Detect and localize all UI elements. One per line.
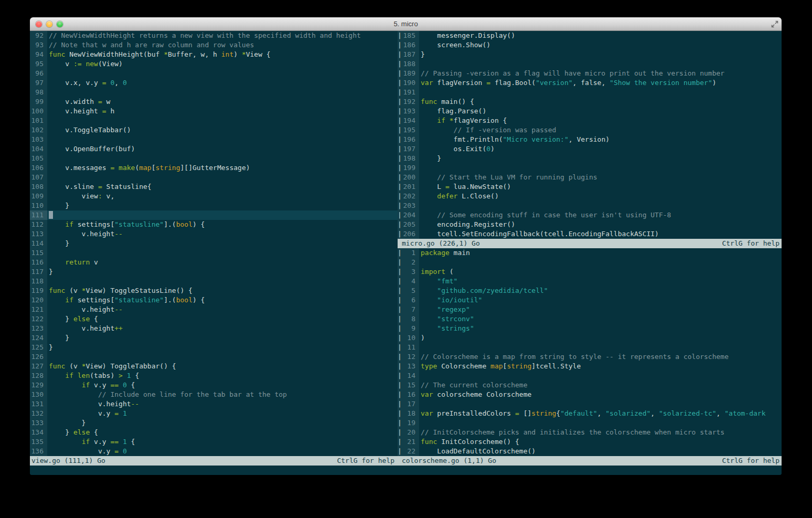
code-line[interactable]: 123 v.height++ xyxy=(30,324,398,333)
code-line[interactable]: 108 v.sline = Statusline{ xyxy=(30,182,398,192)
code-line[interactable]: 122 } else { xyxy=(30,314,398,324)
line-number: 96 xyxy=(30,69,47,78)
code-line[interactable]: 98 xyxy=(30,88,398,97)
code-line[interactable]: |189// Passing -version as a flag will h… xyxy=(398,69,782,78)
code-line[interactable]: 118 xyxy=(30,277,398,286)
fullscreen-icon[interactable] xyxy=(771,20,778,28)
code-line[interactable]: |199 xyxy=(398,163,782,173)
pane-colorscheme-go[interactable]: |1package main|2|3import (|4 "fmt"|5 "gi… xyxy=(398,248,782,456)
code-line[interactable]: |11 xyxy=(398,343,782,352)
code-line[interactable]: |1package main xyxy=(398,248,782,258)
pane-view-go[interactable]: 92// NewViewWidthHeight returns a new vi… xyxy=(30,31,398,456)
code-line[interactable]: |205 encoding.Register() xyxy=(398,220,782,229)
code-line[interactable]: 115 xyxy=(30,248,398,258)
code-line[interactable]: 114 } xyxy=(30,239,398,248)
code-line[interactable]: |14 xyxy=(398,371,782,380)
code-line[interactable]: |8 "strconv" xyxy=(398,314,782,324)
code-line[interactable]: |200 // Start the Lua VM for running plu… xyxy=(398,173,782,182)
code-line[interactable]: 99 v.width = w xyxy=(30,97,398,107)
code-line[interactable]: |197 os.Exit(0) xyxy=(398,144,782,154)
code-line[interactable]: |193 flag.Parse() xyxy=(398,107,782,116)
code-line[interactable]: 106 v.messages = make(map[string][]Gutte… xyxy=(30,163,398,173)
code-line[interactable]: 133 } xyxy=(30,418,398,428)
code-line[interactable]: 107 xyxy=(30,173,398,182)
pane-micro-go[interactable]: |185 messenger.Display()|186 screen.Show… xyxy=(398,31,782,239)
code-line[interactable]: |190var flagVersion = flag.Bool("version… xyxy=(398,78,782,88)
code-line[interactable]: 134 } else { xyxy=(30,428,398,437)
code-line[interactable]: |195 // If -version was passed xyxy=(398,125,782,135)
code-line[interactable]: |2 xyxy=(398,258,782,267)
code-line[interactable]: |17 xyxy=(398,399,782,409)
code-line[interactable]: |196 fmt.Println("Micro version:", Versi… xyxy=(398,135,782,144)
code-line[interactable]: 92// NewViewWidthHeight returns a new vi… xyxy=(30,31,398,40)
code-line[interactable]: |18var preInstalledColors = []string{"de… xyxy=(398,409,782,418)
code-line[interactable]: 112 if settings["statusline"].(bool) { xyxy=(30,220,398,229)
code-line[interactable]: |5 "github.com/zyedidia/tcell" xyxy=(398,286,782,295)
code-line[interactable]: 111 xyxy=(30,210,398,220)
code-text: func (v *View) ToggleStatusLine() { xyxy=(47,286,398,295)
code-line[interactable]: 127func (v *View) ToggleTabbar() { xyxy=(30,362,398,371)
minimize-button[interactable] xyxy=(46,21,52,27)
code-line[interactable]: |185 messenger.Display() xyxy=(398,31,782,40)
code-line[interactable]: 129 if v.y == 0 { xyxy=(30,380,398,390)
code-line[interactable]: 128 if len(tabs) > 1 { xyxy=(30,371,398,380)
code-line[interactable]: |191 xyxy=(398,88,782,97)
code-line[interactable]: |13type Colorscheme map[string]tcell.Sty… xyxy=(398,362,782,371)
code-line[interactable]: 121 v.height-- xyxy=(30,305,398,314)
code-line[interactable]: |3import ( xyxy=(398,267,782,277)
code-line[interactable]: 100 v.height = h xyxy=(30,107,398,116)
zoom-button[interactable] xyxy=(57,21,63,27)
code-line[interactable]: 109 view: v, xyxy=(30,192,398,201)
code-line[interactable]: 93// Note that w and h are raw column an… xyxy=(30,40,398,50)
code-line[interactable]: |6 "io/ioutil" xyxy=(398,295,782,305)
code-line[interactable]: 105 xyxy=(30,154,398,163)
code-line[interactable]: |4 "fmt" xyxy=(398,277,782,286)
code-line[interactable]: |201 L = lua.NewState() xyxy=(398,182,782,192)
code-line[interactable]: 95 v := new(View) xyxy=(30,59,398,69)
code-line[interactable]: 132 v.y = 1 xyxy=(30,409,398,418)
code-line[interactable]: |12// Colorscheme is a map from string t… xyxy=(398,352,782,362)
code-line[interactable]: |202 defer L.Close() xyxy=(398,192,782,201)
code-line[interactable]: 102 v.ToggleTabbar() xyxy=(30,125,398,135)
code-line[interactable]: 113 v.height-- xyxy=(30,229,398,239)
code-line[interactable]: |21func InitColorscheme() { xyxy=(398,437,782,447)
code-line[interactable]: 130 // Include one line for the tab bar … xyxy=(30,390,398,399)
code-line[interactable]: |9 "strings" xyxy=(398,324,782,333)
code-line[interactable]: |187} xyxy=(398,50,782,59)
code-line[interactable]: |198 } xyxy=(398,154,782,163)
code-line[interactable]: 101 xyxy=(30,116,398,125)
code-line[interactable]: 97 v.x, v.y = 0, 0 xyxy=(30,78,398,88)
code-line[interactable]: 104 v.OpenBuffer(buf) xyxy=(30,144,398,154)
code-line[interactable]: 136 v.y = 0 xyxy=(30,447,398,456)
code-line[interactable]: 103 xyxy=(30,135,398,144)
code-line[interactable]: |22 LoadDefaultColorscheme() xyxy=(398,447,782,456)
code-line[interactable]: |192func main() { xyxy=(398,97,782,107)
code-line[interactable]: 124 } xyxy=(30,333,398,343)
code-line[interactable]: |194 if *flagVersion { xyxy=(398,116,782,125)
code-line[interactable]: |186 screen.Show() xyxy=(398,40,782,50)
code-line[interactable]: 117} xyxy=(30,267,398,277)
code-line[interactable]: |188 xyxy=(398,59,782,69)
code-line[interactable]: 135 if v.y == 1 { xyxy=(30,437,398,447)
code-line[interactable]: |19 xyxy=(398,418,782,428)
code-line[interactable]: |206 tcell.SetEncodingFallback(tcell.Enc… xyxy=(398,229,782,239)
code-line[interactable]: 116 return v xyxy=(30,258,398,267)
code-line[interactable]: 94func NewViewWidthHeight(buf *Buffer, w… xyxy=(30,50,398,59)
code-line[interactable]: |204 // Some encoding stuff in case the … xyxy=(398,210,782,220)
close-button[interactable] xyxy=(36,21,42,27)
code-line[interactable]: |16var colorscheme Colorscheme xyxy=(398,390,782,399)
code-line[interactable]: |10) xyxy=(398,333,782,343)
titlebar[interactable]: 5. micro xyxy=(30,17,782,31)
code-line[interactable]: |203 xyxy=(398,201,782,210)
code-line[interactable]: |15// The current colorscheme xyxy=(398,380,782,390)
command-bar[interactable] xyxy=(30,466,782,475)
code-line[interactable]: 96 xyxy=(30,69,398,78)
code-line[interactable]: |20// InitColorscheme picks and initiali… xyxy=(398,428,782,437)
code-line[interactable]: 120 if settings["statusline"].(bool) { xyxy=(30,295,398,305)
code-line[interactable]: 126 xyxy=(30,352,398,362)
code-line[interactable]: 119func (v *View) ToggleStatusLine() { xyxy=(30,286,398,295)
code-line[interactable]: 125} xyxy=(30,343,398,352)
code-line[interactable]: 110 } xyxy=(30,201,398,210)
code-line[interactable]: 131 v.height-- xyxy=(30,399,398,409)
code-line[interactable]: |7 "regexp" xyxy=(398,305,782,314)
